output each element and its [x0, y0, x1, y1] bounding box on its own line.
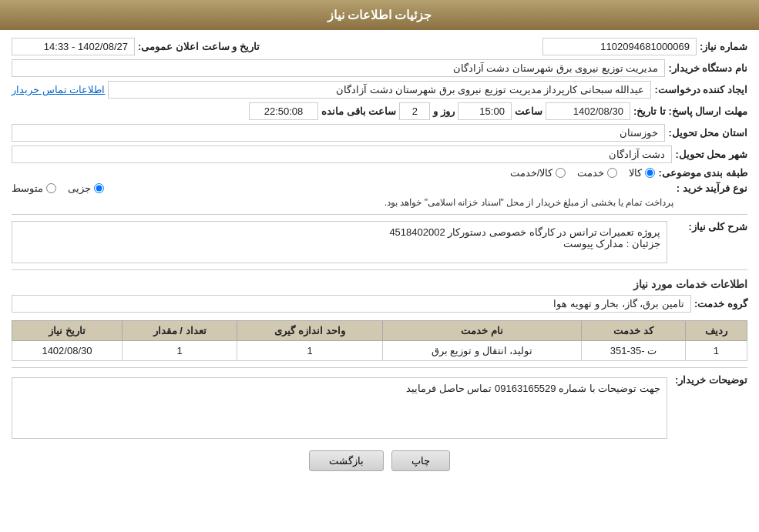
need-description-value: پروژه تعمیرات ترانس در کارگاه خصوصی دستو… [18, 226, 660, 238]
table-cell-row: 1 [685, 341, 747, 361]
process-row: نوع فرآیند خرید : متوسط جزیی پرداخت تمام… [12, 182, 747, 208]
radio-kala-khadamat-item: کالا/خدمت [510, 167, 566, 179]
city-value: دشت آزادگان [12, 146, 672, 163]
need-description-label: شرح کلی نیاز: [670, 221, 747, 233]
page-title: جزئیات اطلاعات نیاز [327, 8, 432, 22]
radio-kala-label: کالا [629, 167, 642, 179]
category-row: طبقه بندی موضوعی: کالا/خدمت خدمت کالا [12, 167, 747, 179]
radio-jozvi-label: جزیی [68, 182, 91, 194]
radio-jozvi[interactable] [94, 183, 104, 193]
deadline-remaining: 22:50:08 [249, 102, 318, 120]
service-group-value: تامین برق، گاز، بخار و تهویه هوا [12, 295, 691, 313]
services-title: اطلاعات خدمات مورد نیاز [12, 278, 747, 290]
table-cell-quantity: 1 [122, 341, 237, 361]
need-description-detail: جزئیان : مدارک پیوست [18, 238, 660, 249]
need-number-row: شماره نیاز: 1102094681000069 تاریخ و ساع… [12, 38, 747, 55]
table-cell-date: 1402/08/30 [12, 341, 123, 361]
remaining-label: ساعت باقی مانده [321, 105, 396, 117]
creator-row: ایجاد کننده درخواست: عیدالله سبحانی کارپ… [12, 81, 747, 99]
contact-link[interactable]: اطلاعات تماس خریدار [12, 84, 105, 95]
need-description-row: شرح کلی نیاز: پروژه تعمیرات ترانس در کار… [12, 221, 747, 263]
radio-khadamat-item: خدمت [577, 167, 617, 179]
deadline-days: 2 [399, 102, 430, 120]
radio-motavaset-item: متوسط [12, 182, 56, 194]
service-group-row: گروه خدمت: تامین برق، گاز، بخار و تهویه … [12, 295, 747, 313]
days-label: روز و [433, 105, 455, 117]
creator-value: عیدالله سبحانی کارپرداز مدیریت توزیع نیر… [108, 81, 651, 99]
table-body: 1ت -35-351تولید، انتقال و توزیع برق11140… [12, 341, 747, 361]
deadline-row: مهلت ارسال پاسخ: تا تاریخ: 1402/08/30 سا… [12, 102, 747, 120]
radio-kala-item: کالا [629, 167, 655, 179]
table-cell-name: تولید، انتقال و توزیع برق [382, 341, 581, 361]
radio-khadamat[interactable] [607, 168, 617, 178]
notes-box: جهت توضیحات با شماره 09163165529 تماس حا… [12, 377, 667, 439]
col-date: تاریخ نیاز [12, 321, 123, 341]
print-button[interactable]: چاپ [391, 450, 450, 471]
buyer-name-value: مدیریت توزیع نیروی برق شهرستان دشت آزادگ… [12, 59, 665, 77]
process-label: نوع فرآیند خرید : [677, 182, 747, 194]
date-label: تاریخ و ساعت اعلان عمومی: [138, 41, 260, 52]
services-table: ردیف کد خدمت نام خدمت واحد اندازه گیری ت… [12, 320, 747, 361]
deadline-date: 1402/08/30 [546, 102, 630, 120]
process-content: متوسط جزیی پرداخت تمام یا بخشی از مبلغ خ… [12, 182, 673, 208]
radio-jozvi-item: جزیی [68, 182, 104, 194]
table-head: ردیف کد خدمت نام خدمت واحد اندازه گیری ت… [12, 321, 747, 341]
table-header-row: ردیف کد خدمت نام خدمت واحد اندازه گیری ت… [12, 321, 747, 341]
service-group-label: گروه خدمت: [694, 298, 747, 309]
col-row: ردیف [685, 321, 747, 341]
col-code: کد خدمت [582, 321, 686, 341]
deadline-label: مهلت ارسال پاسخ: تا تاریخ: [633, 105, 747, 117]
buyer-name-label: نام دستگاه خریدار: [668, 62, 747, 74]
back-button[interactable]: بازگشت [309, 450, 384, 471]
notes-label: توضیحات خریدار: [670, 374, 747, 386]
province-row: استان محل تحویل: خوزستان [12, 124, 747, 142]
province-label: استان محل تحویل: [668, 127, 747, 139]
radio-kala[interactable] [645, 168, 655, 178]
header-bar: جزئیات اطلاعات نیاز [0, 0, 759, 30]
services-table-section: ردیف کد خدمت نام خدمت واحد اندازه گیری ت… [12, 320, 747, 361]
page-wrapper: جزئیات اطلاعات نیاز شماره نیاز: 11020946… [0, 0, 759, 532]
table-cell-code: ت -35-351 [582, 341, 686, 361]
radio-motavaset[interactable] [46, 183, 56, 193]
process-note: پرداخت تمام یا بخشی از مبلغ خریدار از مح… [12, 197, 673, 208]
table-row: 1ت -35-351تولید، انتقال و توزیع برق11140… [12, 341, 747, 361]
category-radio-group: کالا/خدمت خدمت کالا [510, 167, 656, 179]
col-unit: واحد اندازه گیری [237, 321, 382, 341]
table-cell-unit: 1 [237, 341, 382, 361]
need-description-box: پروژه تعمیرات ترانس در کارگاه خصوصی دستو… [12, 221, 667, 263]
radio-khadamat-label: خدمت [577, 167, 604, 179]
buyer-name-row: نام دستگاه خریدار: مدیریت توزیع نیروی بر… [12, 59, 747, 77]
province-value: خوزستان [12, 124, 665, 142]
need-number-label: شماره نیاز: [700, 41, 747, 52]
city-label: شهر محل تحویل: [675, 149, 747, 160]
divider-2 [12, 269, 747, 270]
button-row: چاپ بازگشت [12, 450, 747, 483]
deadline-time: 15:00 [458, 102, 512, 120]
date-value: 1402/08/27 - 14:33 [12, 38, 135, 55]
time-label: ساعت [515, 105, 542, 117]
notes-row: توضیحات خریدار: جهت توضیحات با شماره 091… [12, 374, 747, 439]
radio-kala-khadamat[interactable] [556, 168, 566, 178]
radio-kala-khadamat-label: کالا/خدمت [510, 167, 553, 179]
radio-motavaset-label: متوسط [12, 182, 43, 194]
divider-3 [12, 367, 747, 368]
main-content: شماره نیاز: 1102094681000069 تاریخ و ساع… [0, 30, 759, 490]
process-radio-group: متوسط جزیی [12, 182, 673, 194]
city-row: شهر محل تحویل: دشت آزادگان [12, 146, 747, 163]
need-number-value: 1102094681000069 [542, 38, 697, 55]
notes-value: جهت توضیحات با شماره 09163165529 تماس حا… [406, 383, 660, 394]
creator-label: ایجاد کننده درخواست: [654, 84, 747, 95]
divider-1 [12, 214, 747, 215]
col-quantity: تعداد / مقدار [122, 321, 237, 341]
col-name: نام خدمت [382, 321, 581, 341]
category-label: طبقه بندی موضوعی: [658, 167, 747, 179]
